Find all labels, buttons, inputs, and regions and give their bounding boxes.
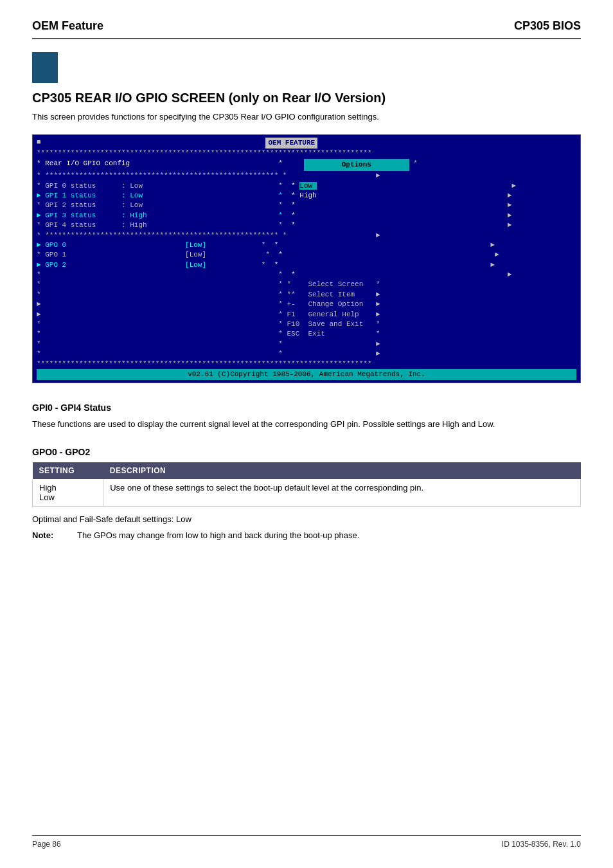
setting-high: High: [39, 483, 96, 493]
bios-screen: ■ OEM FEATURE **************************…: [32, 134, 581, 383]
bios-title-bar: OEM FEATURE: [265, 138, 317, 149]
bios-key-1: * * * Select Screen *: [37, 280, 576, 289]
gpi-heading: GPI0 - GPI4 Status: [32, 402, 581, 413]
table-row: High Low Use one of these settings to se…: [33, 479, 581, 507]
bios-gpi-2: * GPI 2 status : Low * * ►: [37, 201, 576, 210]
gpo-table: SETTING DESCRIPTION High Low Use one of …: [32, 462, 581, 507]
page-header: OEM Feature CP305 BIOS: [32, 19, 581, 39]
bios-gpi-0: * GPI 0 status : Low * * Low ►: [37, 181, 576, 191]
header-right: CP305 BIOS: [514, 19, 581, 33]
gpi-text: These functions are used to display the …: [32, 418, 581, 431]
page-description: This screen provides functions for speci…: [32, 112, 581, 122]
bios-gpi-3: ► GPI 3 status : High * * ►: [37, 211, 576, 221]
setting-cell: High Low: [33, 479, 103, 507]
bios-section-row: * Rear I/O GPIO config * Options *: [37, 159, 576, 171]
bios-stars-3: * **************************************…: [37, 231, 576, 240]
col-description: DESCRIPTION: [103, 462, 581, 479]
table-header-row: SETTING DESCRIPTION: [33, 462, 581, 479]
bios-key-3: ► * +- Change Option ►: [37, 300, 576, 309]
default-text: Optimal and Fail-Safe default settings: …: [32, 514, 581, 524]
gpo-heading: GPO0 - GPO2: [32, 447, 581, 457]
note-text: The GPOs may change from low to high and…: [77, 530, 359, 540]
bios-gpo-2: ► GPO 2 [Low] * * ►: [37, 260, 576, 270]
header-left: OEM Feature: [32, 19, 103, 33]
bios-gpo-1: * GPO 1 [Low] * * ►: [37, 250, 576, 260]
footer-right: ID 1035-8356, Rev. 1.0: [502, 840, 581, 849]
bios-key-6: * * ESC Exit *: [37, 329, 576, 339]
page-title: CP305 REAR I/O GPIO SCREEN (only on Rear…: [32, 91, 581, 105]
setting-low: Low: [39, 493, 96, 502]
bios-options-box: Options: [304, 159, 409, 171]
bios-stars-2: * **************************************…: [37, 171, 576, 181]
bios-stars-4: ****************************************…: [37, 359, 576, 369]
col-setting: SETTING: [33, 462, 103, 479]
bios-copyright: v02.61 (C)Copyright 1985-2006, American …: [37, 369, 576, 380]
bios-blank-1: * * * ►: [37, 270, 576, 280]
bios-gpi-4: * GPI 4 status : High * * ►: [37, 221, 576, 230]
note-row: Note: The GPOs may change from low to hi…: [32, 530, 581, 540]
bios-blank-2: * * ►: [37, 339, 576, 349]
bios-gpi-1: ► GPI 1 status : Low * * High ►: [37, 191, 576, 201]
description-cell: Use one of these settings to select the …: [103, 479, 581, 507]
bios-key-2: * * ** Select Item ►: [37, 290, 576, 300]
bios-key-5: * * F10 Save and Exit *: [37, 320, 576, 329]
bios-gpo-0: ► GPO 0 [Low] * * ►: [37, 240, 576, 250]
note-label: Note:: [32, 530, 64, 540]
bios-key-4: ► * F1 General Help ►: [37, 310, 576, 320]
bios-title-row: ■ OEM FEATURE: [37, 138, 576, 149]
footer-left: Page 86: [32, 840, 61, 849]
bios-stars-1: ****************************************…: [37, 149, 576, 158]
page-footer: Page 86 ID 1035-8356, Rev. 1.0: [32, 835, 581, 849]
bios-blank-3: * * ►: [37, 349, 576, 359]
corner-decoration: [32, 52, 58, 78]
